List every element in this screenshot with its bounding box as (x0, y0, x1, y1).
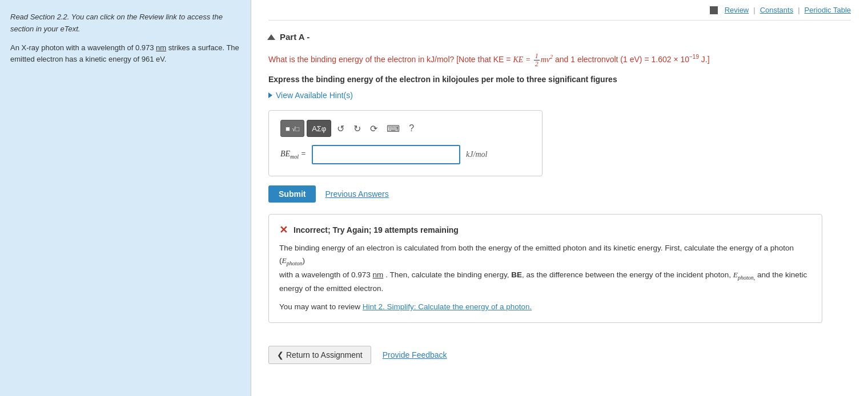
previous-answers-link[interactable]: Previous Answers (325, 189, 388, 199)
redo-button[interactable]: ↻ (350, 120, 364, 137)
answer-box: ■ √□ AΣφ ↺ ↻ ⟳ ⌨ ? BEmol = kJ/mol (268, 110, 542, 176)
symbol-label: AΣφ (312, 124, 326, 133)
sep1: | (753, 6, 755, 14)
part-label: Part A - (280, 32, 310, 42)
be-label: BEmol = (280, 149, 306, 160)
undo-button[interactable]: ↺ (333, 120, 348, 137)
constants-link[interactable]: Constants (760, 6, 794, 14)
answer-input[interactable] (312, 145, 460, 164)
hint-triangle (268, 92, 272, 98)
ephoton-formula: Ephoton (282, 256, 303, 265)
hint-link[interactable]: View Available Hint(s) (268, 91, 851, 100)
keyboard-button[interactable]: ⌨ (383, 120, 403, 137)
feedback-paragraph-1: The binding energy of an electron is cal… (279, 242, 811, 295)
hint2-link[interactable]: Hint 2. Simplify: Calculate the energy o… (363, 302, 532, 311)
part-header: Part A - (268, 32, 851, 42)
instruction-text: Express the binding energy of the electr… (268, 75, 851, 84)
sep2: | (798, 6, 799, 14)
formula-icon: ■ √□ (286, 124, 299, 133)
feedback-box: ✕ Incorrect; Try Again; 19 attempts rema… (268, 214, 822, 323)
math-toolbar: ■ √□ AΣφ ↺ ↻ ⟳ ⌨ ? (280, 120, 531, 137)
periodic-table-link[interactable]: Periodic Table (805, 6, 851, 14)
top-bar: Review | Constants | Periodic Table (268, 0, 851, 21)
feedback-paragraph-2: You may want to review Hint 2. Simplify:… (279, 301, 811, 313)
symbol-button[interactable]: AΣφ (307, 120, 331, 137)
formula-button[interactable]: ■ √□ (280, 120, 304, 137)
main-content: Review | Constants | Periodic Table Part… (251, 0, 868, 396)
submit-button[interactable]: Submit (268, 185, 316, 203)
unit-label: kJ/mol (466, 150, 487, 159)
sidebar-problem: An X-ray photon with a wavelength of 0.9… (10, 42, 240, 66)
ephoton2-formula: Ephoton, (733, 270, 756, 279)
return-to-assignment-button[interactable]: ❮ Return to Assignment (268, 346, 371, 364)
input-row: BEmol = kJ/mol (280, 145, 531, 164)
sidebar-instruction: Read Section 2.2. You can click on the R… (10, 11, 240, 35)
review-link[interactable]: Review (725, 6, 749, 14)
feedback-header: ✕ Incorrect; Try Again; 19 attempts rema… (279, 224, 811, 236)
help-button[interactable]: ? (405, 120, 417, 137)
review-icon (710, 6, 718, 14)
provide-feedback-link[interactable]: Provide Feedback (383, 350, 447, 359)
feedback-title: Incorrect; Try Again; 19 attempts remain… (294, 225, 459, 235)
reset-button[interactable]: ⟳ (367, 120, 381, 137)
question-text: What is the binding energy of the electr… (268, 52, 851, 68)
ke-formula: KE = 12mv2 (513, 55, 553, 64)
nm-underline: nm (156, 43, 166, 52)
submit-row: Submit Previous Answers (268, 185, 851, 203)
feedback-body: The binding energy of an electron is cal… (279, 242, 811, 313)
incorrect-icon: ✕ (279, 224, 288, 236)
bottom-bar: ❮ Return to Assignment Provide Feedback (268, 340, 851, 364)
nm-text: nm (373, 270, 384, 279)
collapse-triangle[interactable] (267, 34, 275, 40)
be-bold: BE (511, 270, 522, 279)
sidebar: Read Section 2.2. You can click on the R… (0, 0, 251, 396)
